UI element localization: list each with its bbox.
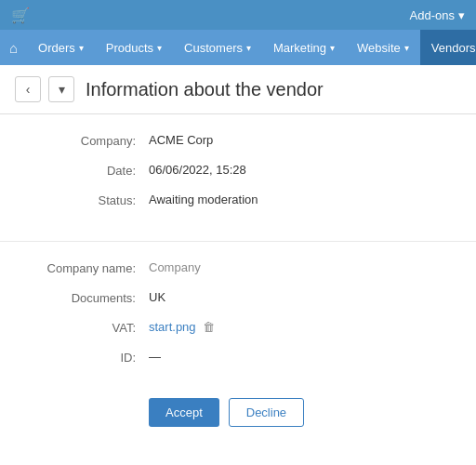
nav-website-label: Website — [357, 41, 401, 55]
nav-bar: ⌂ Orders ▾ Products ▾ Customers ▾ Market… — [0, 30, 476, 65]
documents-value: UK — [149, 290, 165, 304]
company-name-row: Company name: Company — [28, 260, 448, 275]
vat-row: VAT: start.png 🗑 — [28, 320, 448, 335]
page-header: ‹ ▾ Information about the vendor — [0, 65, 476, 114]
nav-item-customers[interactable]: Customers ▾ — [173, 30, 262, 65]
status-label: Status: — [28, 193, 149, 207]
company-label: Company: — [28, 133, 149, 148]
nav-item-marketing[interactable]: Marketing ▾ — [262, 30, 346, 65]
vat-delete-icon[interactable]: 🗑 — [203, 320, 215, 334]
nav-item-products[interactable]: Products ▾ — [95, 30, 173, 65]
nav-marketing-label: Marketing — [273, 41, 326, 55]
company-row: Company: ACME Corp — [28, 133, 448, 148]
nav-customers-caret-icon: ▾ — [246, 43, 251, 53]
nav-home[interactable]: ⌂ — [0, 30, 27, 65]
vat-label: VAT: — [28, 320, 149, 335]
company-value: ACME Corp — [149, 133, 213, 147]
vendor-detail-info: Company name: Company Documents: UK VAT:… — [0, 242, 476, 389]
nav-marketing-caret-icon: ▾ — [330, 43, 335, 53]
nav-orders-label: Orders — [38, 41, 75, 55]
id-label: ID: — [28, 350, 149, 365]
documents-row: Documents: UK — [28, 290, 448, 305]
dropdown-button[interactable]: ▾ — [48, 76, 74, 102]
page-title: Information about the vendor — [86, 79, 324, 100]
company-name-value: Company — [149, 260, 201, 274]
nav-item-website[interactable]: Website ▾ — [346, 30, 420, 65]
dropdown-icon: ▾ — [59, 82, 65, 97]
back-button[interactable]: ‹ — [15, 76, 41, 102]
decline-button[interactable]: Decline — [229, 398, 304, 427]
accept-button[interactable]: Accept — [149, 398, 219, 427]
action-buttons: Accept Decline — [121, 389, 476, 445]
addons-caret-icon: ▾ — [458, 8, 465, 22]
cart-icon: 🛒 — [11, 7, 30, 24]
id-row: ID: — — [28, 350, 448, 365]
page-content: ‹ ▾ Information about the vendor Company… — [0, 65, 476, 465]
home-icon: ⌂ — [9, 40, 18, 56]
nav-item-vendors[interactable]: Vendors ▾ — [420, 30, 476, 65]
nav-website-caret-icon: ▾ — [404, 43, 409, 53]
vat-file-link[interactable]: start.png — [149, 320, 196, 334]
nav-products-caret-icon: ▾ — [157, 43, 162, 53]
vat-value: start.png 🗑 — [149, 320, 215, 334]
back-icon: ‹ — [26, 82, 31, 97]
date-row: Date: 06/06/2022, 15:28 — [28, 163, 448, 178]
status-row: Status: Awaiting moderation — [28, 193, 448, 207]
top-bar: 🛒 Add-ons ▾ — [0, 0, 476, 30]
company-name-label: Company name: — [28, 260, 149, 275]
addons-button[interactable]: Add-ons ▾ — [410, 8, 465, 22]
addons-label: Add-ons — [410, 8, 455, 22]
id-value: — — [149, 350, 161, 364]
nav-item-orders[interactable]: Orders ▾ — [27, 30, 95, 65]
date-label: Date: — [28, 163, 149, 178]
date-value: 06/06/2022, 15:28 — [149, 163, 246, 177]
vendor-basic-info: Company: ACME Corp Date: 06/06/2022, 15:… — [0, 114, 476, 242]
documents-label: Documents: — [28, 290, 149, 305]
nav-orders-caret-icon: ▾ — [79, 43, 84, 53]
status-value: Awaiting moderation — [149, 193, 258, 206]
nav-products-label: Products — [106, 41, 153, 55]
nav-vendors-label: Vendors — [431, 41, 476, 55]
nav-customers-label: Customers — [184, 41, 243, 55]
